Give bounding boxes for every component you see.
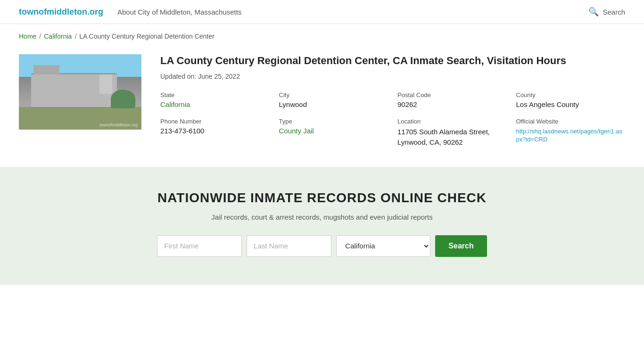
facility-title: LA County Century Regional Detention Cen… [160, 54, 625, 68]
type-label: Type [279, 118, 388, 125]
facility-image: townofmiddleton.org [19, 54, 141, 130]
building-decoration [31, 73, 117, 107]
info-website: Official Website http://shq.lasdnews.net… [516, 118, 626, 148]
county-value: Los Angeles County [516, 100, 626, 108]
inmate-search-form: AlabamaAlaskaArizonaArkansasCaliforniaCo… [19, 235, 625, 257]
info-postal: Postal Code 90262 [397, 91, 507, 108]
website-label: Official Website [516, 118, 626, 125]
postal-value: 90262 [397, 100, 507, 108]
breadcrumb-separator-2: / [74, 33, 76, 40]
header-search[interactable]: 🔍 Search [588, 7, 625, 17]
state-value[interactable]: California [160, 100, 190, 108]
main-content: townofmiddleton.org LA County Century Re… [0, 45, 644, 167]
search-button[interactable]: Search [435, 235, 487, 257]
info-grid: State California City Lynwood Postal Cod… [160, 91, 625, 148]
trees-decoration [111, 90, 135, 108]
header-tagline: About City of Middleton, Massachusetts [117, 8, 241, 16]
phone-value: 213-473-6100 [160, 127, 270, 135]
postal-label: Postal Code [397, 91, 507, 99]
nationwide-subtitle: Jail records, court & arrest records, mu… [19, 213, 625, 221]
website-value[interactable]: http://shq.lasdnews.net/pages/tgen1.aspx… [516, 128, 623, 143]
state-select[interactable]: AlabamaAlaskaArizonaArkansasCaliforniaCo… [336, 235, 430, 257]
last-name-input[interactable] [247, 235, 331, 257]
location-label: Location [397, 118, 507, 125]
search-icon: 🔍 [588, 7, 599, 17]
updated-date: Updated on: June 25, 2022 [160, 73, 625, 80]
county-label: County [516, 91, 626, 99]
first-name-input[interactable] [157, 235, 242, 257]
breadcrumb-current: LA County Century Regional Detention Cen… [79, 33, 214, 40]
info-phone: Phone Number 213-473-6100 [160, 118, 270, 148]
city-value: Lynwood [279, 100, 388, 108]
facility-image-inner: townofmiddleton.org [19, 54, 141, 130]
breadcrumb-separator-1: / [39, 33, 41, 40]
city-label: City [279, 91, 388, 99]
phone-label: Phone Number [160, 118, 270, 125]
breadcrumb: Home / California / LA County Century Re… [0, 24, 644, 45]
info-state: State California [160, 91, 270, 108]
info-type: Type County Jail [279, 118, 388, 148]
breadcrumb-home[interactable]: Home [19, 33, 36, 40]
image-watermark: townofmiddleton.org [99, 123, 138, 127]
type-value[interactable]: County Jail [279, 127, 314, 135]
info-city: City Lynwood [279, 91, 388, 108]
info-location: Location 11705 South Alameda Street, Lyn… [397, 118, 507, 148]
header-search-label[interactable]: Search [603, 8, 625, 16]
state-label: State [160, 91, 270, 99]
site-logo[interactable]: townofmiddleton.org [19, 7, 103, 17]
facility-details: LA County Century Regional Detention Cen… [160, 54, 625, 148]
breadcrumb-state[interactable]: California [44, 33, 72, 40]
site-header: townofmiddleton.org About City of Middle… [0, 0, 644, 24]
info-county: County Los Angeles County [516, 91, 626, 108]
nationwide-title: NATIONWIDE INMATE RECORDS ONLINE CHECK [19, 190, 625, 206]
header-left: townofmiddleton.org About City of Middle… [19, 7, 241, 17]
location-value: 11705 South Alameda Street, Lynwood, CA,… [397, 127, 507, 148]
bottom-section: NATIONWIDE INMATE RECORDS ONLINE CHECK J… [0, 167, 644, 285]
